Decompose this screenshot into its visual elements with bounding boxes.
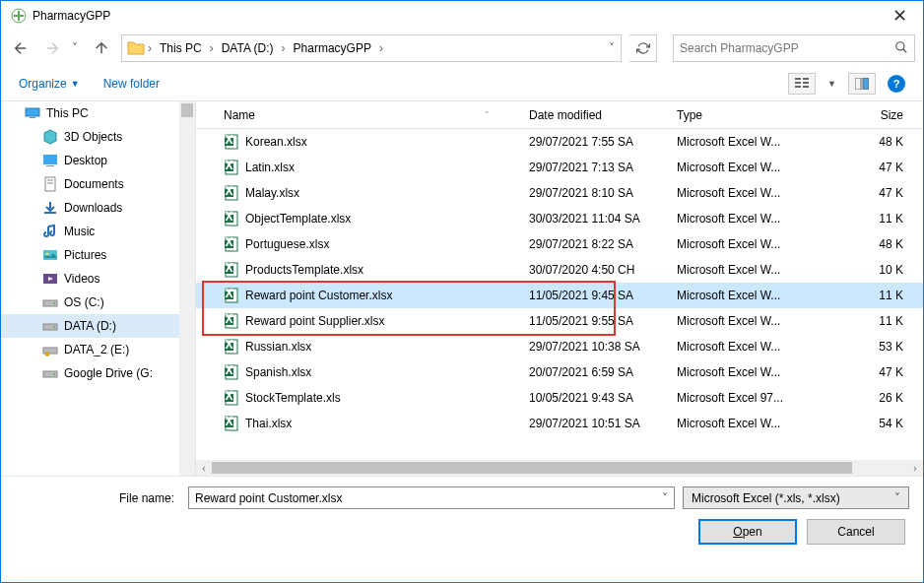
file-size: 26 K [825,391,923,405]
refresh-button[interactable] [629,34,657,62]
excel-file-icon: X [224,211,239,227]
col-size[interactable]: Size [825,108,923,122]
cancel-button[interactable]: Cancel [807,519,905,545]
file-type: Microsoft Excel W... [677,212,825,226]
excel-file-icon: X [224,262,239,278]
view-dropdown[interactable]: ▼ [827,79,836,89]
view-mode-button[interactable] [788,73,816,95]
file-row[interactable]: XThai.xlsx29/07/2021 10:51 SAMicrosoft E… [196,411,923,436]
svg-point-24 [53,302,55,304]
column-headers[interactable]: Name˄ Date modified Type Size [196,101,923,129]
file-row[interactable]: XMalay.xlsx29/07/2021 8:10 SAMicrosoft E… [196,180,923,206]
excel-file-icon: X [224,288,239,303]
svg-text:X: X [225,339,232,352]
tree-item[interactable]: Videos [1,267,195,291]
chevron-right-icon[interactable]: › [208,41,216,55]
tree-item[interactable]: Pictures [1,243,195,267]
excel-file-icon: X [224,416,239,431]
breadcrumb-dropdown[interactable]: ˅ [603,41,621,55]
svg-point-26 [53,326,55,328]
filename-label: File name: [15,491,180,505]
file-type: Microsoft Excel W... [677,417,825,430]
tree-item[interactable]: This PC [1,101,195,125]
file-type: Microsoft Excel W... [677,135,825,149]
new-folder-button[interactable]: New folder [103,77,160,91]
breadcrumb-item[interactable]: PharmacyGPP [288,35,377,61]
up-button[interactable] [90,36,113,60]
chevron-down-icon[interactable]: ˅ [894,491,900,505]
tree-label: This PC [46,106,89,120]
file-row[interactable]: XReward point Supplier.xlsx11/05/2021 9:… [196,308,923,334]
chevron-right-icon[interactable]: › [146,41,154,55]
svg-text:X: X [225,236,232,249]
history-dropdown[interactable]: ˅ [72,41,82,55]
svg-rect-11 [863,78,869,90]
window-title: PharmacyGPP [33,9,110,23]
search-input[interactable]: Search PharmacyGPP [673,34,915,62]
tree-scrollbar[interactable] [179,101,195,476]
drive-icon [42,365,58,381]
forward-button [40,36,64,60]
file-row[interactable]: XKorean.xlsx29/07/2021 7:55 SAMicrosoft … [196,129,923,155]
excel-file-icon: X [224,134,239,150]
col-name[interactable]: Name [224,108,255,122]
svg-rect-10 [855,78,861,90]
breadcrumb-bar[interactable]: › This PC › DATA (D:) › PharmacyGPP › ˅ [121,34,622,62]
file-date: 29/07/2021 10:38 SA [529,340,677,354]
file-date: 29/07/2021 8:10 SA [529,186,677,200]
file-size: 11 K [825,314,923,328]
help-button[interactable]: ? [888,75,905,93]
tree-item[interactable]: Desktop [1,149,195,172]
file-type-filter[interactable]: Microsoft Excel (*.xls, *.xlsx) ˅ [683,486,909,509]
excel-file-icon: X [224,364,239,380]
folder-tree[interactable]: This PC3D ObjectsDesktopDocumentsDownloa… [1,101,196,476]
tree-label: 3D Objects [64,130,122,144]
file-type: Microsoft Excel W... [677,263,825,277]
open-button[interactable]: Open [698,519,797,545]
breadcrumb-item[interactable]: DATA (D:) [216,35,280,61]
chevron-down-icon[interactable]: ˅ [662,491,668,505]
preview-pane-button[interactable] [848,73,876,95]
file-row[interactable]: XPortuguese.xlsx29/07/2021 8:22 SAMicros… [196,231,923,257]
svg-rect-8 [803,82,809,84]
tree-item[interactable]: Music [1,220,195,243]
file-row[interactable]: XLatin.xlsx29/07/2021 7:13 SAMicrosoft E… [196,155,923,180]
horizontal-scrollbar[interactable]: ‹› [196,460,923,476]
file-date: 30/07/2020 4:50 CH [529,263,677,277]
file-row[interactable]: XSpanish.xlsx20/07/2021 6:59 SAMicrosoft… [196,359,923,385]
content-area: This PC3D ObjectsDesktopDocumentsDownloa… [1,101,923,476]
back-button[interactable] [9,36,33,60]
svg-point-3 [896,41,904,49]
file-row[interactable]: XReward point Customer.xlsx11/05/2021 9:… [196,283,923,308]
file-date: 29/07/2021 7:55 SA [529,135,677,149]
col-type[interactable]: Type [677,108,825,122]
tree-label: Pictures [64,248,106,262]
filename-input[interactable]: Reward point Customer.xlsx ˅ [188,486,675,509]
pics-icon [42,247,58,263]
chevron-right-icon[interactable]: › [280,41,288,55]
tree-item[interactable]: 3D Objects [1,125,195,149]
file-name: Portuguese.xlsx [245,237,329,251]
tree-item[interactable]: Google Drive (G: [1,361,195,385]
organize-menu[interactable]: Organize ▼ [19,77,80,91]
tree-item[interactable]: Downloads [1,196,195,220]
breadcrumb-item[interactable]: This PC [154,35,208,61]
chevron-right-icon[interactable]: › [377,41,385,55]
file-row[interactable]: XStockTemplate.xls10/05/2021 9:43 SAMicr… [196,385,923,411]
col-date[interactable]: Date modified [529,108,677,122]
file-row[interactable]: XRussian.xlsx29/07/2021 10:38 SAMicrosof… [196,334,923,359]
tree-item[interactable]: DATA (D:) [1,314,195,338]
3d-icon [42,129,58,145]
file-name: Malay.xlsx [245,186,299,200]
svg-rect-20 [43,250,57,260]
svg-rect-19 [44,212,56,214]
file-row[interactable]: XProductsTemplate.xlsx30/07/2020 4:50 CH… [196,257,923,283]
file-row[interactable]: XObjectTemplate.xlsx30/03/2021 11:04 SAM… [196,206,923,231]
close-button[interactable]: ✕ [881,1,919,31]
svg-rect-16 [45,177,55,191]
tree-item[interactable]: DATA_2 (E:) [1,338,195,361]
tree-item[interactable]: OS (C:) [1,291,195,314]
file-date: 30/03/2021 11:04 SA [529,212,677,226]
file-size: 53 K [825,340,923,354]
tree-item[interactable]: Documents [1,172,195,196]
